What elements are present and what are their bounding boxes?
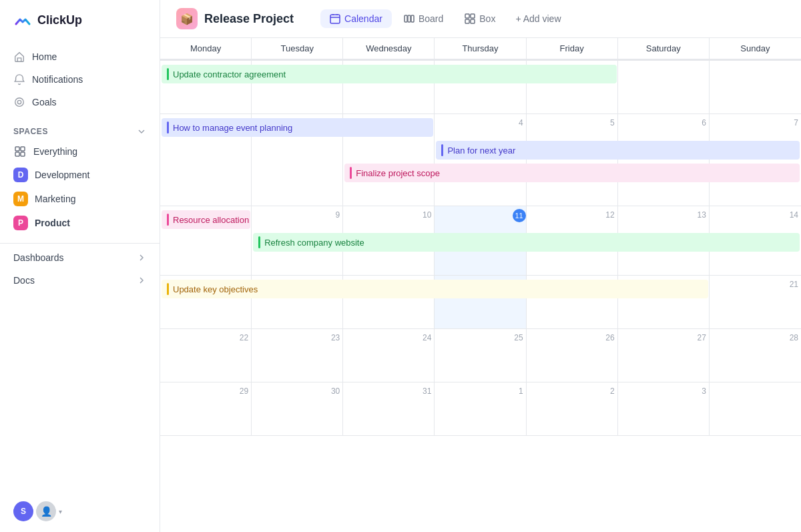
box-tab-label: Box — [479, 13, 495, 24]
task-bar-w2-t0[interactable]: Resource allocation — [162, 210, 250, 229]
add-view-label: + Add view — [515, 13, 561, 24]
task-label: Plan for next year — [447, 146, 515, 156]
calendar-tab-label: Calendar — [344, 13, 382, 24]
goals-icon — [13, 96, 25, 108]
day-header-monday: Monday — [160, 38, 252, 59]
cell-w4-d3[interactable]: 25 — [435, 329, 526, 382]
sidebar-item-everything[interactable]: Everything — [0, 140, 160, 163]
svg-rect-2 — [15, 147, 19, 151]
everything-label: Everything — [33, 146, 77, 157]
development-label: Development — [35, 170, 90, 180]
task-accent-bar — [167, 121, 169, 134]
spaces-chevron-icon[interactable] — [137, 127, 146, 136]
cell-w4-d1[interactable]: 23 — [252, 329, 343, 382]
sidebar-item-notifications[interactable]: Notifications — [0, 68, 160, 91]
avatar-group[interactable]: S 👤 ▾ — [13, 501, 62, 521]
day-header-sunday: Sunday — [710, 38, 801, 59]
sidebar-item-home[interactable]: Home — [0, 45, 160, 68]
svg-rect-13 — [471, 19, 475, 23]
sidebar-item-goals[interactable]: Goals — [0, 91, 160, 113]
avatar-chevron: ▾ — [59, 508, 62, 515]
task-bar-w0-t0[interactable]: Update contractor agreement — [162, 65, 617, 83]
goals-label: Goals — [32, 97, 57, 107]
date-number: 25 — [435, 332, 525, 344]
cell-w4-d5[interactable]: 27 — [618, 329, 710, 382]
cell-w0-d6[interactable] — [710, 61, 801, 114]
date-number: 3 — [618, 385, 709, 397]
date-number: 31 — [343, 385, 434, 397]
date-number: 21 — [710, 278, 801, 290]
cell-w5-d5[interactable]: 3 — [618, 382, 710, 436]
sidebar-item-development[interactable]: D Development — [0, 163, 160, 187]
project-title: Release Project — [204, 12, 294, 26]
day-header-thursday: Thursday — [435, 38, 526, 59]
date-number: 5 — [527, 117, 617, 129]
marketing-label: Marketing — [35, 194, 75, 204]
svg-rect-7 — [405, 15, 407, 22]
cell-w4-d2[interactable]: 24 — [343, 329, 435, 382]
docs-chevron-icon — [137, 276, 146, 285]
cell-w5-d1[interactable]: 30 — [252, 382, 343, 436]
task-bar-w1-t1[interactable]: Plan for next year — [436, 141, 800, 160]
svg-rect-10 — [465, 14, 469, 18]
date-number: 13 — [618, 209, 709, 221]
svg-rect-3 — [21, 147, 25, 151]
day-header-saturday: Saturday — [618, 38, 710, 59]
svg-point-0 — [15, 98, 24, 107]
week-5: 293031123 — [160, 382, 801, 436]
task-bar-w3-t0[interactable]: Update key objectives — [162, 280, 708, 298]
tab-calendar[interactable]: Calendar — [320, 9, 392, 28]
add-view-button[interactable]: + Add view — [507, 9, 569, 28]
cell-w5-d4[interactable]: 2 — [527, 382, 618, 436]
home-icon — [13, 51, 25, 63]
day-header-wednesday: Wednesday — [343, 38, 435, 59]
date-number: 2 — [527, 385, 617, 397]
tab-box[interactable]: Box — [455, 9, 505, 28]
sidebar-item-dashboards[interactable]: Dashboards — [0, 246, 160, 269]
task-label: Refresh company website — [264, 238, 364, 248]
cell-w5-d6[interactable] — [710, 382, 801, 436]
task-bar-w2-t1[interactable]: Refresh company website — [253, 233, 800, 252]
dashboards-label: Dashboards — [13, 252, 64, 263]
project-title-area: 📦 Release Project — [176, 8, 294, 29]
cell-w1-d4[interactable]: 5 — [527, 114, 618, 206]
cell-w5-d2[interactable]: 31 — [343, 382, 435, 436]
date-number: 9 — [252, 209, 342, 221]
dashboards-chevron-icon — [137, 253, 146, 262]
cell-w1-d6[interactable]: 7 — [710, 114, 801, 206]
date-number: 24 — [343, 332, 434, 344]
task-accent-bar — [258, 236, 260, 248]
tab-board[interactable]: Board — [394, 9, 453, 28]
task-accent-bar — [167, 214, 169, 226]
cell-w0-d5[interactable] — [618, 61, 710, 114]
task-label: How to manage event planning — [173, 123, 292, 133]
date-number: 1 — [435, 385, 525, 397]
cell-w4-d6[interactable]: 28 — [710, 329, 801, 382]
logo-area: ClickUp — [0, 0, 160, 40]
task-bar-w1-t0[interactable]: How to manage event planning — [162, 118, 433, 137]
sidebar-item-marketing[interactable]: M Marketing — [0, 187, 160, 211]
cell-w5-d3[interactable]: 1 — [435, 382, 526, 436]
day-header-friday: Friday — [527, 38, 618, 59]
date-number: 26 — [527, 332, 617, 344]
mkt-badge: M — [13, 192, 28, 206]
date-number: 27 — [618, 332, 709, 344]
week-4: 22232425262728 — [160, 329, 801, 382]
task-bar-w1-t2[interactable]: Finalize project scope — [344, 164, 800, 182]
avatar-s: S — [13, 501, 33, 521]
cell-w3-d6[interactable]: 21 — [710, 276, 801, 329]
sidebar-item-docs[interactable]: Docs — [0, 269, 160, 292]
box-icon — [465, 13, 475, 24]
cell-w4-d0[interactable]: 22 — [160, 329, 252, 382]
task-label: Resource allocation — [173, 215, 249, 225]
week-0: Update contractor agreement — [160, 61, 801, 114]
cell-w5-d0[interactable]: 29 — [160, 382, 252, 436]
clickup-logo-icon — [13, 11, 32, 29]
sidebar-item-product[interactable]: P Product — [0, 211, 160, 235]
date-number: 12 — [527, 209, 617, 221]
cell-w4-d4[interactable]: 26 — [527, 329, 618, 382]
task-accent-bar — [167, 68, 169, 80]
cell-w1-d5[interactable]: 6 — [618, 114, 710, 206]
cell-w1-d3[interactable]: 4 — [435, 114, 526, 206]
sections-divider: Dashboards Docs — [0, 243, 160, 292]
